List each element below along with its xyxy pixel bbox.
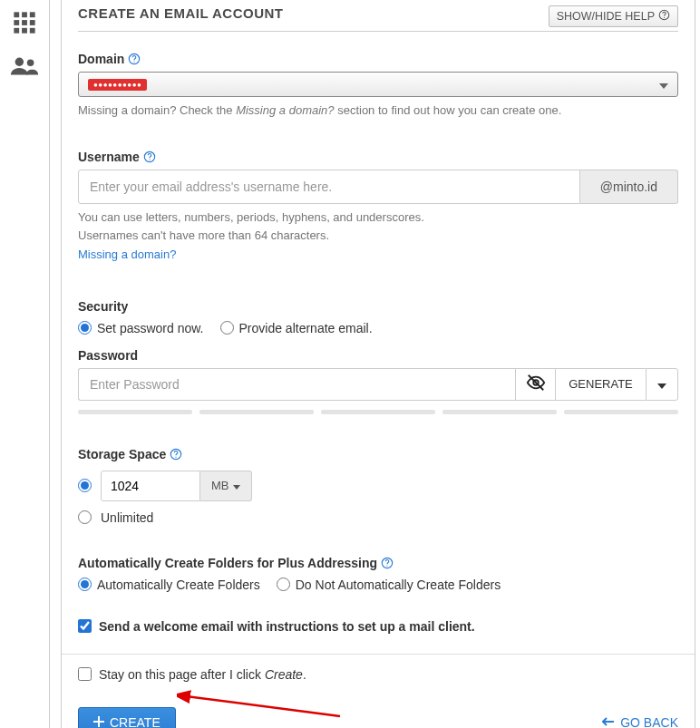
domain-section: Domain ●●●●●●●●●● Missing a domain? Chec… — [78, 52, 678, 119]
question-circle-icon — [658, 9, 670, 24]
left-sidebar — [0, 0, 50, 728]
storage-unlimited-label: Unlimited — [101, 510, 153, 525]
svg-rect-8 — [30, 28, 35, 34]
radio-storage-unlimited[interactable] — [78, 510, 92, 524]
password-section: Password GENERATE — [78, 348, 678, 414]
chevron-down-icon — [659, 77, 668, 92]
username-domain-suffix: @minto.id — [580, 170, 678, 204]
password-strength-meter — [78, 410, 678, 414]
storage-value-input[interactable] — [101, 471, 200, 501]
plus-addressing-section: Automatically Create Folders for Plus Ad… — [78, 556, 678, 592]
storage-label: Storage Space — [78, 447, 166, 461]
plus-addressing-label: Automatically Create Folders for Plus Ad… — [78, 556, 377, 570]
radio-auto-create-input[interactable] — [78, 578, 92, 591]
help-button-label: SHOW/HIDE HELP — [557, 10, 655, 23]
username-section: Username @minto.id You can use letters, … — [78, 150, 678, 263]
arrow-left-icon — [602, 715, 615, 728]
svg-rect-7 — [22, 28, 27, 34]
go-back-link[interactable]: GO BACK — [602, 715, 678, 728]
username-input[interactable] — [78, 170, 580, 204]
svg-rect-5 — [30, 20, 35, 25]
chevron-down-icon — [657, 377, 666, 392]
plus-icon — [93, 715, 104, 728]
question-circle-icon[interactable] — [381, 557, 394, 569]
panel-footer: Stay on this page after I click Create. … — [62, 654, 695, 728]
domain-select[interactable]: ●●●●●●●●●● — [78, 72, 678, 97]
username-hint1: You can use letters, numbers, periods, h… — [78, 209, 678, 226]
toggle-password-visibility-button[interactable] — [515, 368, 555, 401]
radio-storage-custom[interactable] — [78, 479, 92, 492]
svg-point-22 — [387, 565, 388, 566]
svg-rect-3 — [14, 20, 19, 25]
missing-domain-link[interactable]: Missing a domain? — [78, 248, 176, 261]
storage-section: Storage Space MB Unlimited — [78, 447, 678, 525]
stay-on-page-label: Stay on this page after I click Create. — [99, 667, 306, 682]
security-section: Security Set password now. Provide alter… — [78, 299, 678, 335]
checkbox-stay-on-page[interactable] — [78, 667, 92, 681]
eye-slash-icon — [526, 373, 546, 395]
svg-point-12 — [664, 17, 665, 18]
create-email-panel: CREATE AN EMAIL ACCOUNT SHOW/HIDE HELP D… — [61, 0, 695, 728]
domain-label: Domain — [78, 52, 124, 66]
svg-point-9 — [15, 58, 24, 66]
show-hide-help-button[interactable]: SHOW/HIDE HELP — [549, 5, 678, 27]
question-circle-icon[interactable] — [128, 53, 141, 65]
generate-dropdown-button[interactable] — [646, 368, 678, 401]
password-input[interactable] — [78, 368, 515, 401]
domain-hint: Missing a domain? Check the Missing a do… — [78, 102, 678, 119]
create-button[interactable]: CREATE — [78, 707, 176, 728]
svg-point-20 — [176, 456, 177, 457]
radio-alternate-email-input[interactable] — [220, 321, 234, 335]
svg-point-14 — [134, 61, 135, 62]
radio-set-password-now[interactable]: Set password now. — [78, 321, 204, 335]
radio-set-password-input[interactable] — [78, 321, 92, 335]
svg-point-16 — [149, 160, 150, 160]
svg-rect-6 — [14, 28, 19, 34]
username-hint2: Usernames can't have more than 64 charac… — [78, 228, 678, 244]
svg-rect-0 — [14, 12, 19, 17]
radio-no-auto-create-folders[interactable]: Do Not Automatically Create Folders — [277, 578, 501, 592]
panel-header: CREATE AN EMAIL ACCOUNT SHOW/HIDE HELP — [78, 0, 678, 27]
svg-rect-1 — [22, 12, 27, 17]
username-label: Username — [78, 150, 140, 164]
radio-auto-create-folders[interactable]: Automatically Create Folders — [78, 578, 260, 592]
storage-unit-select[interactable]: MB — [200, 471, 252, 501]
apps-icon[interactable] — [7, 5, 42, 40]
chevron-down-icon — [233, 479, 240, 492]
content-area: CREATE AN EMAIL ACCOUNT SHOW/HIDE HELP D… — [50, 0, 700, 728]
checkbox-welcome-email[interactable] — [78, 619, 92, 633]
domain-selected-value: ●●●●●●●●●● — [88, 79, 147, 91]
svg-point-10 — [27, 59, 34, 66]
password-label: Password — [78, 348, 138, 363]
radio-alternate-email[interactable]: Provide alternate email. — [220, 321, 373, 335]
security-label: Security — [78, 299, 128, 314]
welcome-email-label: Send a welcome email with instructions t… — [99, 619, 475, 634]
svg-rect-24 — [93, 721, 104, 723]
svg-rect-2 — [30, 12, 35, 17]
question-circle-icon[interactable] — [143, 150, 156, 163]
users-icon[interactable] — [7, 49, 42, 83]
panel-title: CREATE AN EMAIL ACCOUNT — [78, 5, 284, 21]
radio-no-auto-create-input[interactable] — [277, 578, 290, 591]
generate-password-button[interactable]: GENERATE — [555, 368, 646, 401]
svg-rect-4 — [22, 20, 27, 25]
question-circle-icon[interactable] — [170, 448, 182, 461]
